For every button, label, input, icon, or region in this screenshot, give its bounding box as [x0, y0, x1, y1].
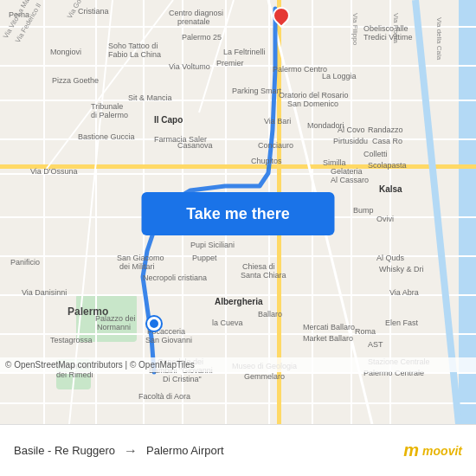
- route-from: Basile - Re Ruggero: [14, 444, 115, 457]
- origin-circle: [147, 317, 161, 331]
- origin-marker: [147, 317, 161, 331]
- moovit-brand-text: moovit: [422, 444, 462, 458]
- moovit-logo: m moovit: [403, 441, 462, 460]
- destination-pin: [269, 3, 293, 28]
- route-to: Palermo Airport: [146, 444, 224, 457]
- take-me-there-button[interactable]: Take me there: [142, 192, 335, 235]
- map-container: Perna Cristiana Centro diagnosi prenatal…: [0, 0, 476, 424]
- attribution-text: © OpenStreetMap contributors | © OpenMap…: [5, 360, 195, 370]
- route-arrow-icon: →: [124, 443, 138, 459]
- take-me-there-label: Take me there: [186, 205, 290, 223]
- destination-marker: [273, 7, 290, 24]
- attribution-bar: © OpenStreetMap contributors | © OpenMap…: [0, 357, 476, 372]
- moovit-m-icon: m: [403, 441, 419, 460]
- bottom-bar: Basile - Re Ruggero → Palermo Airport m …: [0, 424, 476, 476]
